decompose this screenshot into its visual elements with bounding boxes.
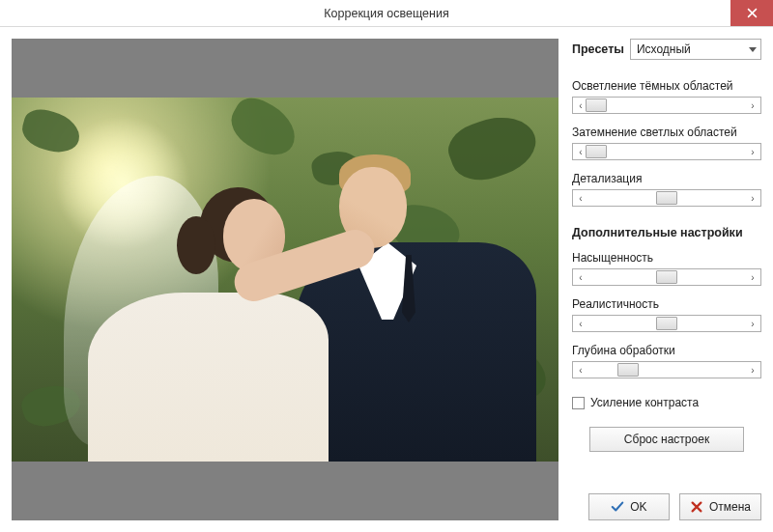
slider-saturation[interactable]: ‹ › — [572, 268, 761, 286]
close-icon — [747, 8, 758, 18]
slider-arrow-right-icon[interactable]: › — [745, 98, 760, 113]
slider-arrow-right-icon[interactable]: › — [745, 269, 760, 285]
slider-arrow-left-icon[interactable]: ‹ — [573, 362, 588, 378]
slider-realism[interactable]: ‹ › — [572, 315, 761, 332]
slider-arrow-left-icon[interactable]: ‹ — [573, 269, 588, 285]
slider-detail[interactable]: ‹ › — [572, 189, 761, 207]
slider-label-saturation: Насыщенность — [572, 251, 761, 265]
slider-thumb[interactable] — [586, 98, 607, 112]
preview-image — [12, 98, 558, 462]
cancel-button-label: Отмена — [709, 500, 751, 514]
preset-select[interactable]: Исходный — [630, 39, 761, 60]
window-title: Коррекция освещения — [0, 7, 773, 20]
slider-thumb[interactable] — [656, 191, 677, 205]
slider-thumb[interactable] — [617, 363, 639, 377]
slider-thumb[interactable] — [586, 145, 607, 158]
slider-arrow-right-icon[interactable]: › — [745, 190, 760, 206]
slider-arrow-right-icon[interactable]: › — [745, 144, 760, 159]
cancel-button[interactable]: Отмена — [679, 493, 761, 520]
controls-panel: Пресеты Исходный Осветление тёмных облас… — [572, 39, 761, 520]
slider-arrow-right-icon[interactable]: › — [745, 362, 760, 378]
slider-label-detail: Детализация — [572, 172, 761, 185]
contrast-boost-checkbox[interactable] — [572, 397, 585, 409]
reset-button[interactable]: Сброс настроек — [589, 427, 744, 452]
contrast-boost-label: Усиление контраста — [590, 396, 699, 409]
slider-label-highlight-darken: Затемнение светлых областей — [572, 126, 761, 139]
advanced-section-title: Дополнительные настройки — [572, 226, 761, 239]
ok-button-label: OK — [630, 500, 646, 514]
chevron-down-icon — [749, 47, 757, 52]
reset-button-label: Сброс настроек — [624, 433, 709, 446]
slider-label-depth: Глубина обработки — [572, 344, 761, 357]
image-preview-area — [12, 39, 558, 520]
slider-arrow-right-icon[interactable]: › — [745, 316, 760, 331]
preset-selected-value: Исходный — [637, 42, 691, 56]
slider-arrow-left-icon[interactable]: ‹ — [573, 316, 588, 331]
slider-arrow-left-icon[interactable]: ‹ — [573, 190, 588, 206]
slider-shadow-lighten[interactable]: ‹ › — [572, 97, 761, 114]
slider-label-realism: Реалистичность — [572, 297, 761, 311]
slider-label-shadow-lighten: Осветление тёмных областей — [572, 79, 761, 93]
cross-icon — [690, 500, 703, 514]
slider-highlight-darken[interactable]: ‹ › — [572, 143, 761, 160]
close-button[interactable] — [730, 0, 773, 26]
slider-thumb[interactable] — [656, 317, 677, 330]
ok-button[interactable]: OK — [588, 493, 670, 520]
slider-depth[interactable]: ‹ › — [572, 361, 761, 378]
presets-label: Пресеты — [572, 42, 624, 56]
titlebar: Коррекция освещения — [0, 0, 773, 27]
check-icon — [611, 500, 624, 514]
slider-thumb[interactable] — [656, 270, 677, 284]
